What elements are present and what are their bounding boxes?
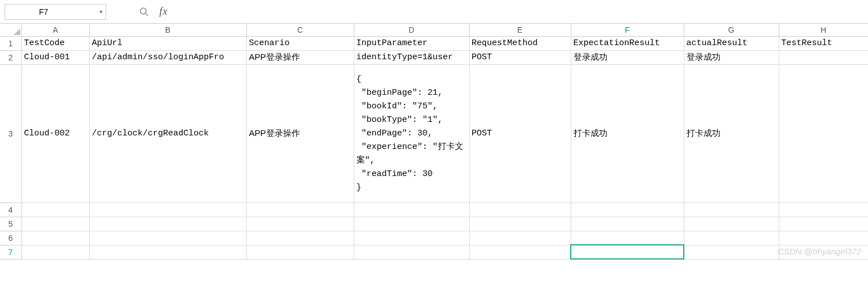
cell-C7[interactable]: [246, 245, 354, 259]
table-row: 2 Cloud-001 /api/admin/sso/loginAppFro A…: [0, 50, 868, 64]
cell-F3[interactable]: 打卡成功: [571, 64, 684, 203]
cell-A3[interactable]: Cloud-002: [21, 64, 89, 203]
cell-H4[interactable]: [779, 203, 868, 217]
cell-C2[interactable]: APP登录操作: [246, 50, 354, 64]
cell-H5[interactable]: [779, 217, 868, 231]
cell-F4[interactable]: [571, 203, 684, 217]
cell-D7[interactable]: [354, 245, 469, 259]
row-header-1[interactable]: 1: [0, 36, 21, 50]
fx-icon[interactable]: fx: [159, 6, 168, 17]
cell-B3[interactable]: /crg/clock/crgReadClock: [89, 64, 246, 203]
cell-B6[interactable]: [89, 231, 246, 245]
cell-G6[interactable]: [684, 231, 779, 245]
cell-G1[interactable]: actualResult: [684, 36, 779, 50]
cell-F6[interactable]: [571, 231, 684, 245]
cell-A2[interactable]: Cloud-001: [21, 50, 89, 64]
row-header-5[interactable]: 5: [0, 217, 21, 231]
cell-A7[interactable]: [21, 245, 89, 259]
cell-F1[interactable]: ExpectationResult: [571, 36, 684, 50]
fx-zone: fx: [111, 6, 168, 17]
cell-C5[interactable]: [246, 217, 354, 231]
cell-B5[interactable]: [89, 217, 246, 231]
cell-E7[interactable]: [469, 245, 571, 259]
cell-E4[interactable]: [469, 203, 571, 217]
col-header-G[interactable]: G: [684, 24, 779, 36]
cell-H1[interactable]: TestResult: [779, 36, 868, 50]
table-row: 5: [0, 217, 868, 231]
cell-F5[interactable]: [571, 217, 684, 231]
col-header-E[interactable]: E: [469, 24, 571, 36]
cell-A1[interactable]: TestCode: [21, 36, 89, 50]
cell-G7[interactable]: [684, 245, 779, 259]
cell-B7[interactable]: [89, 245, 246, 259]
cell-D4[interactable]: [354, 203, 469, 217]
col-header-D[interactable]: D: [354, 24, 469, 36]
cell-F2[interactable]: 登录成功: [571, 50, 684, 64]
cell-G2[interactable]: 登录成功: [684, 50, 779, 64]
cancel-icon[interactable]: [139, 7, 149, 17]
cell-H2[interactable]: [779, 50, 868, 64]
table-row: 1 TestCode ApiUrl Scenario InputParamete…: [0, 36, 868, 50]
formula-input[interactable]: [172, 4, 863, 20]
cell-F7[interactable]: [571, 245, 684, 259]
cell-E2[interactable]: POST: [469, 50, 571, 64]
row-header-3[interactable]: 3: [0, 64, 21, 203]
row-header-4[interactable]: 4: [0, 203, 21, 217]
cell-D5[interactable]: [354, 217, 469, 231]
cell-E3[interactable]: POST: [469, 64, 571, 203]
cell-B4[interactable]: [89, 203, 246, 217]
col-header-C[interactable]: C: [246, 24, 354, 36]
cell-H7[interactable]: [779, 245, 868, 259]
name-box-value: F7: [39, 7, 48, 16]
col-header-B[interactable]: B: [89, 24, 246, 36]
cell-C6[interactable]: [246, 231, 354, 245]
cell-E1[interactable]: RequestMethod: [469, 36, 571, 50]
grid-table: A B C D E F G H 1 TestCode ApiUrl Scenar…: [0, 24, 868, 260]
cell-A6[interactable]: [21, 231, 89, 245]
cell-B1[interactable]: ApiUrl: [89, 36, 246, 50]
cell-H6[interactable]: [779, 231, 868, 245]
row-header-2[interactable]: 2: [0, 50, 21, 64]
cell-D3[interactable]: { "beginPage": 21, "bookId": "75", "book…: [354, 64, 469, 203]
cell-D6[interactable]: [354, 231, 469, 245]
dropdown-icon[interactable]: ▾: [99, 8, 102, 15]
col-header-A[interactable]: A: [21, 24, 89, 36]
cell-B2[interactable]: /api/admin/sso/loginAppFro: [89, 50, 246, 64]
table-row: 6: [0, 231, 868, 245]
cell-C3[interactable]: APP登录操作: [246, 64, 354, 203]
col-header-F[interactable]: F: [571, 24, 684, 36]
cell-E6[interactable]: [469, 231, 571, 245]
cell-E5[interactable]: [469, 217, 571, 231]
cell-H3[interactable]: [779, 64, 868, 203]
cell-G5[interactable]: [684, 217, 779, 231]
svg-line-1: [145, 13, 148, 16]
cell-D2[interactable]: identityType=1&user: [354, 50, 469, 64]
cell-A5[interactable]: [21, 217, 89, 231]
table-row: 7: [0, 245, 868, 259]
row-header-7[interactable]: 7: [0, 245, 21, 259]
table-row: 4: [0, 203, 868, 217]
name-box[interactable]: F7 ▾: [5, 4, 106, 20]
cell-D1[interactable]: InputParameter: [354, 36, 469, 50]
spreadsheet-grid: A B C D E F G H 1 TestCode ApiUrl Scenar…: [0, 24, 868, 260]
cell-C1[interactable]: Scenario: [246, 36, 354, 50]
col-header-H[interactable]: H: [779, 24, 868, 36]
select-all-corner[interactable]: [0, 24, 21, 36]
row-header-6[interactable]: 6: [0, 231, 21, 245]
cell-C4[interactable]: [246, 203, 354, 217]
table-row: 3 Cloud-002 /crg/clock/crgReadClock APP登…: [0, 64, 868, 203]
cell-G3[interactable]: 打卡成功: [684, 64, 779, 203]
cell-G4[interactable]: [684, 203, 779, 217]
formula-bar: F7 ▾ fx: [0, 0, 868, 24]
cell-A4[interactable]: [21, 203, 89, 217]
svg-point-0: [140, 8, 146, 14]
